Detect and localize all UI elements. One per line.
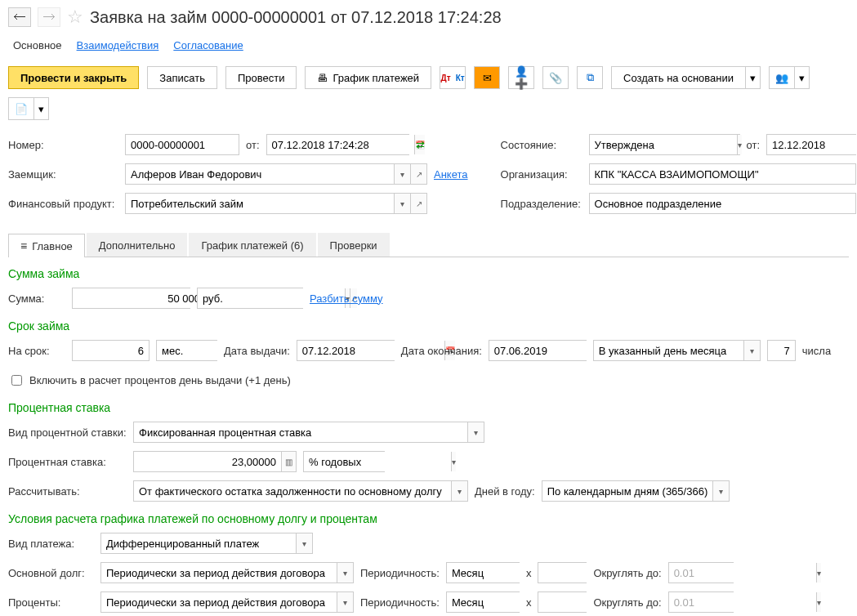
product-field[interactable] [126, 194, 394, 213]
calc-icon[interactable]: ▥ [281, 452, 296, 471]
payment-type-field[interactable] [101, 533, 296, 553]
days-year-combo[interactable]: ▾ [542, 480, 730, 502]
tab-main-detail[interactable]: ≡Главное [8, 234, 85, 257]
calc-field[interactable] [134, 481, 451, 501]
periodicity-combo-2[interactable]: ▾ [446, 591, 520, 613]
favorite-star-icon[interactable]: ☆ [67, 7, 83, 28]
add-user-button[interactable]: 👤➕ [508, 66, 534, 89]
report-chevron[interactable]: ▾ [34, 97, 49, 120]
rate-input[interactable]: ▥ [133, 451, 297, 472]
mult-input-2[interactable]: ▲▼ [538, 591, 587, 613]
chevron-down-icon[interactable]: ▾ [467, 422, 484, 442]
printer-icon: 🖶 [317, 72, 328, 84]
rate-unit-combo[interactable]: ▾ [303, 451, 385, 472]
borrower-field[interactable] [126, 164, 394, 184]
sum-input[interactable]: ▥ [72, 288, 190, 309]
principal-period-combo[interactable]: ▾ [100, 562, 354, 583]
round-label-1: Округлять до: [593, 567, 661, 579]
currency-combo[interactable]: ▾ ↗ [197, 288, 303, 309]
open-icon[interactable]: ↗ [410, 164, 426, 184]
tab-schedule[interactable]: График платежей (6) [189, 233, 315, 257]
term-unit-combo[interactable]: ▾ [156, 340, 217, 361]
dept-combo[interactable] [589, 193, 857, 214]
end-date-input[interactable]: 📅 [489, 340, 587, 361]
round-field-1[interactable] [669, 563, 816, 583]
state-date-field[interactable] [767, 135, 857, 154]
payment-schedule-button[interactable]: 🖶 График платежей [305, 66, 431, 89]
round-combo-1[interactable]: ▾ [668, 562, 734, 583]
mail-button[interactable]: ✉ [474, 66, 500, 89]
interest-period-field[interactable] [101, 592, 337, 612]
rate-field[interactable] [134, 452, 281, 471]
tab-extra[interactable]: Дополнительно [87, 233, 188, 257]
split-sum-link[interactable]: Разбить сумму [310, 292, 383, 305]
day-mode-combo[interactable]: ▾ [593, 340, 761, 361]
refresh-icon[interactable]: ⇄ [416, 139, 425, 151]
calc-combo[interactable]: ▾ [133, 480, 468, 502]
state-field[interactable] [590, 135, 737, 154]
dtkt-button[interactable]: ДтКт [440, 66, 466, 89]
chevron-down-icon[interactable]: ▾ [451, 481, 467, 501]
periodicity-combo-1[interactable]: ▾ [446, 562, 520, 583]
rate-type-label: Вид процентной ставки: [8, 426, 127, 439]
principal-period-field[interactable] [101, 563, 337, 583]
chevron-down-icon[interactable]: ▾ [816, 592, 821, 612]
org-combo[interactable] [589, 163, 857, 185]
tab-checks[interactable]: Проверки [318, 233, 390, 257]
chevron-down-icon[interactable]: ▾ [337, 563, 353, 583]
borrower-combo[interactable]: ▾ ↗ [125, 163, 427, 185]
include-issue-day-checkbox[interactable] [11, 375, 22, 386]
datetime-input[interactable]: 📅 [266, 134, 409, 155]
payment-type-combo[interactable]: ▾ [100, 533, 313, 554]
issue-date-input[interactable]: 📅 [297, 340, 395, 361]
round-field-2[interactable] [669, 592, 816, 612]
interest-period-combo[interactable]: ▾ [100, 591, 354, 613]
dept-field[interactable] [590, 194, 856, 213]
chevron-down-icon[interactable]: ▾ [743, 341, 760, 360]
day-input[interactable] [767, 340, 796, 361]
open-icon[interactable]: ↗ [410, 194, 426, 213]
post-button[interactable]: Провести [225, 66, 297, 89]
day-mode-field[interactable] [594, 341, 743, 360]
create-based-chevron[interactable]: ▾ [746, 66, 761, 89]
header-bar: 🡐 🡒 ☆ Заявка на займ 0000-00000001 от 07… [8, 7, 849, 28]
term-input[interactable] [72, 340, 150, 361]
tab-interactions[interactable]: Взаимодействия [77, 36, 159, 55]
chevron-down-icon[interactable]: ▾ [394, 164, 410, 184]
users-button[interactable]: 👥 [769, 66, 795, 89]
chevron-down-icon[interactable]: ▾ [451, 452, 456, 471]
days-year-field[interactable] [542, 481, 712, 501]
chevron-down-icon[interactable]: ▾ [296, 533, 312, 553]
product-combo[interactable]: ▾ ↗ [125, 193, 427, 214]
users-dropdown[interactable]: 👥 ▾ [769, 66, 810, 89]
structure-button[interactable]: ⧉ [577, 66, 603, 89]
forward-button[interactable]: 🡒 [38, 7, 60, 27]
post-and-close-button[interactable]: Провести и закрыть [8, 66, 139, 89]
report-dropdown[interactable]: 📄 ▾ [8, 97, 49, 120]
mult-input-1[interactable]: ▲▼ [538, 562, 587, 583]
rate-unit-field[interactable] [304, 452, 451, 471]
chevron-down-icon[interactable]: ▾ [394, 194, 410, 213]
chevron-down-icon[interactable]: ▾ [816, 563, 821, 583]
state-combo[interactable]: ▾ [589, 134, 740, 155]
users-chevron[interactable]: ▾ [795, 66, 810, 89]
tab-main[interactable]: Основное [13, 36, 62, 55]
rate-type-field[interactable] [134, 422, 467, 442]
org-field[interactable] [590, 164, 856, 184]
rate-type-combo[interactable]: ▾ [133, 422, 484, 443]
create-based-button[interactable]: Создать на основании [611, 66, 746, 89]
anketa-link[interactable]: Анкета [434, 168, 468, 181]
datetime-field[interactable] [267, 135, 414, 154]
report-button[interactable]: 📄 [8, 97, 34, 120]
create-based-dropdown[interactable]: Создать на основании ▾ [611, 66, 761, 89]
tab-approval[interactable]: Согласование [173, 36, 243, 55]
save-button[interactable]: Записать [147, 66, 217, 89]
back-button[interactable]: 🡐 [8, 7, 31, 27]
chevron-down-icon[interactable]: ▾ [737, 135, 742, 154]
chevron-down-icon[interactable]: ▾ [337, 592, 353, 612]
number-input[interactable] [125, 134, 239, 155]
state-date-input[interactable] [766, 134, 856, 155]
attach-button[interactable]: 📎 [542, 66, 569, 89]
round-combo-2[interactable]: ▾ [668, 591, 734, 613]
chevron-down-icon[interactable]: ▾ [712, 481, 729, 501]
